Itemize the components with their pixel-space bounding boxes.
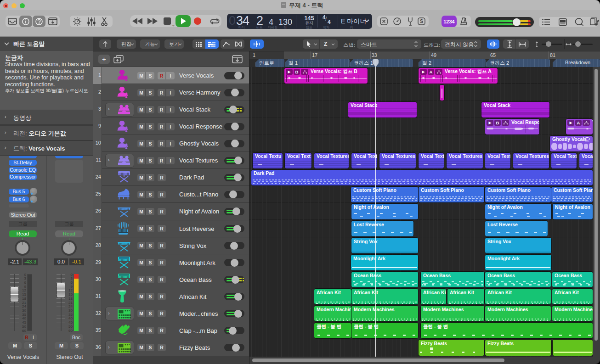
svg-text:S: S (420, 19, 423, 24)
